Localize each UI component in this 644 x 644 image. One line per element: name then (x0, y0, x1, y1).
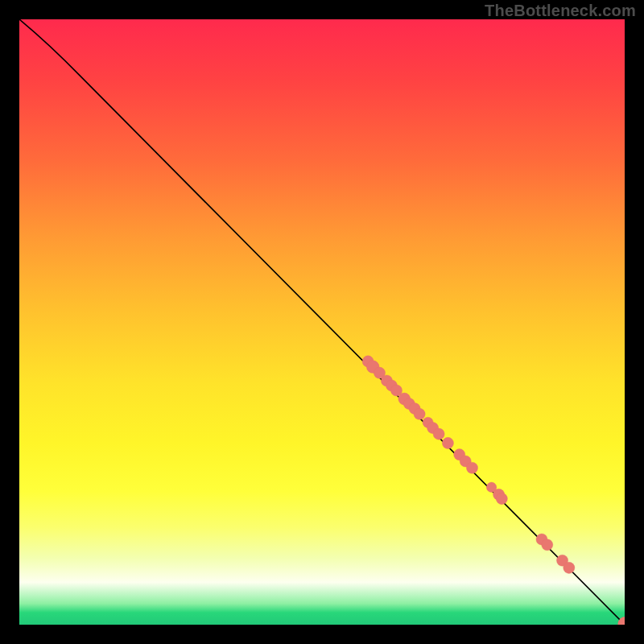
attribution-label: TheBottleneck.com (485, 2, 636, 20)
chart-svg (19, 19, 625, 625)
data-point (496, 493, 507, 505)
data-point (442, 437, 453, 448)
data-point (564, 562, 575, 573)
data-point (414, 408, 425, 419)
data-point (618, 617, 625, 625)
chart-frame: TheBottleneck.com (0, 0, 644, 644)
data-point (542, 539, 553, 551)
curve-line (19, 19, 625, 625)
data-point (433, 428, 444, 440)
data-point (466, 462, 477, 473)
plot-area (19, 19, 625, 625)
